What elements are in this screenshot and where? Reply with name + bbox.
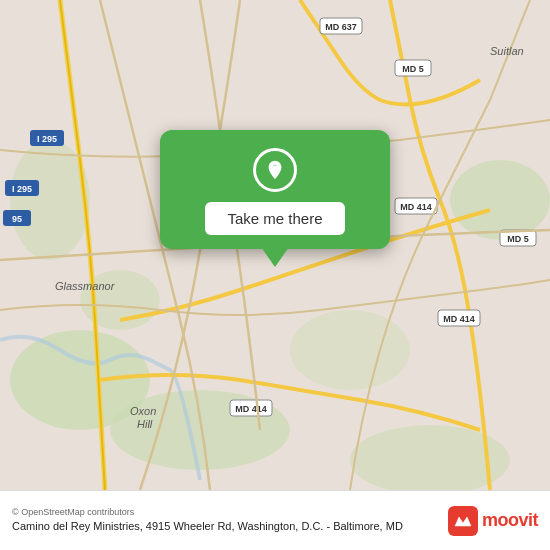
- svg-text:MD 414: MD 414: [400, 202, 432, 212]
- svg-text:Glassmanor: Glassmanor: [55, 280, 116, 292]
- location-icon-wrapper: [253, 148, 297, 192]
- svg-text:MD 5: MD 5: [402, 64, 424, 74]
- svg-text:Suitlan: Suitlan: [490, 45, 524, 57]
- svg-text:MD 637: MD 637: [325, 22, 357, 32]
- svg-text:Hill: Hill: [137, 418, 153, 430]
- moovit-logo-icon: [448, 506, 478, 536]
- moovit-logo: moovit: [448, 506, 538, 536]
- svg-text:Oxon: Oxon: [130, 405, 156, 417]
- osm-credit: © OpenStreetMap contributors: [12, 507, 440, 517]
- location-pin-icon: [264, 159, 286, 181]
- svg-text:I 295: I 295: [37, 134, 57, 144]
- svg-text:MD 5: MD 5: [507, 234, 529, 244]
- bottom-bar: © OpenStreetMap contributors Camino del …: [0, 490, 550, 550]
- svg-point-6: [290, 310, 410, 390]
- moovit-text: moovit: [482, 510, 538, 531]
- svg-text:MD 414: MD 414: [235, 404, 267, 414]
- svg-point-4: [450, 160, 550, 240]
- svg-text:MD 414: MD 414: [443, 314, 475, 324]
- location-title: Camino del Rey Ministries, 4915 Wheeler …: [12, 519, 440, 534]
- svg-text:95: 95: [12, 214, 22, 224]
- map-container: I 295 I 295 95 MD 637 MD 5 MD 5 MD 414 M…: [0, 0, 550, 490]
- svg-text:I 295: I 295: [12, 184, 32, 194]
- take-me-there-button[interactable]: Take me there: [205, 202, 344, 235]
- popup-card: Take me there: [160, 130, 390, 249]
